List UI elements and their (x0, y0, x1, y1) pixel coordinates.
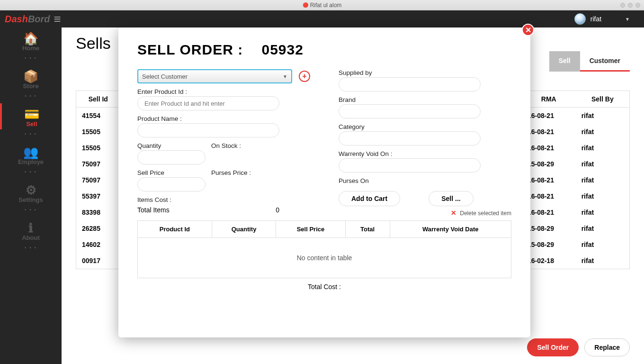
label-supplied-by: Supplied by (339, 69, 511, 76)
product-name-input[interactable] (137, 123, 279, 137)
supplied-by-input[interactable] (339, 77, 481, 91)
label-enter-pid: Enter Product Id : (137, 88, 310, 95)
label-items-cost: Items Cost : (137, 196, 310, 203)
sell-price-input[interactable] (137, 177, 206, 191)
window-titlebar: 🔴 Rifat ul alom (0, 0, 644, 10)
col-quantity: Quantity (212, 221, 276, 238)
modal-title: SELL ORDER : 05932 (137, 42, 511, 58)
close-icon: ✕ (451, 209, 456, 217)
warrenty-void-input[interactable] (339, 158, 481, 173)
close-modal-button[interactable]: ✕ (522, 24, 534, 36)
minimize-button[interactable] (620, 3, 625, 8)
total-cost-label: Total Cost : (137, 283, 511, 291)
label-brand: Brand (339, 96, 511, 103)
label-on-stock: On Stock : (211, 142, 279, 149)
delete-selected-link[interactable]: ✕ Delete selected item (339, 209, 511, 217)
label-sell-price: Sell Price (137, 169, 206, 176)
brand-input[interactable] (339, 104, 481, 118)
label-warrenty-void-on: Warrenty Void On : (339, 150, 511, 157)
quantity-input[interactable] (137, 150, 206, 164)
maximize-button[interactable] (628, 3, 633, 8)
total-items-value: 0 (276, 206, 279, 214)
order-number: 05932 (261, 42, 303, 57)
product-id-input[interactable] (137, 96, 279, 110)
col-sell-price: Sell Price (276, 221, 345, 238)
sell-order-modal: ✕ SELL ORDER : 05932 Select Customer ▼ +… (118, 27, 530, 337)
cart-empty-message: No content in table (137, 238, 511, 278)
category-input[interactable] (339, 131, 481, 146)
cart-table: Product Id Quantity Sell Price Total War… (137, 220, 511, 238)
close-window-button[interactable] (635, 3, 640, 8)
label-quantity: Quantity (137, 142, 206, 149)
chevron-down-icon: ▼ (283, 74, 287, 79)
col-total: Total (345, 221, 390, 238)
add-customer-button[interactable]: + (299, 71, 310, 82)
label-product-name: Product Name : (137, 115, 310, 122)
label-total-items: Total Items (137, 206, 170, 214)
label-purses-on: Purses On (339, 177, 511, 184)
add-to-cart-button[interactable]: Add to Cart (339, 191, 400, 206)
label-purses-price: Purses Price : (211, 169, 279, 176)
sell-button[interactable]: Sell ... (429, 191, 473, 206)
window-title: Rifat ul alom (310, 2, 342, 9)
label-category: Category (339, 123, 511, 130)
col-warrenty-void-date: Warrenty Void Date (390, 221, 511, 238)
col-product-id: Product Id (138, 221, 212, 238)
select-customer-dropdown[interactable]: Select Customer ▼ (137, 69, 292, 83)
